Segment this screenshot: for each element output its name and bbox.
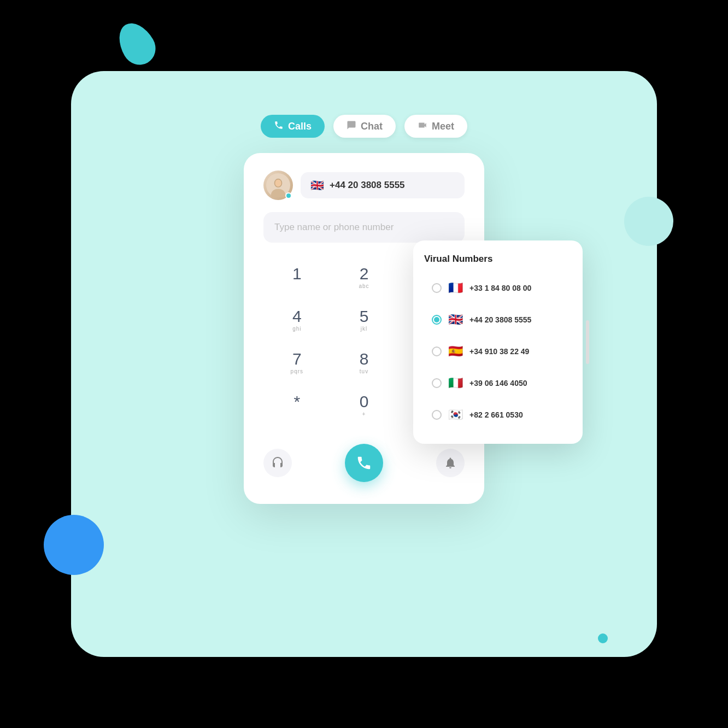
tab-calls-label: Calls	[288, 121, 312, 132]
dial-key-7[interactable]: 7 pqrs	[263, 343, 331, 384]
virtual-numbers-title: Virual Numbers	[424, 254, 572, 265]
deco-dot-br	[598, 633, 608, 643]
dial-key-0[interactable]: 0 +	[331, 386, 398, 426]
dial-key-5[interactable]: 5 jkl	[331, 301, 398, 341]
deco-circle-right	[624, 197, 673, 246]
calls-icon	[274, 120, 284, 132]
vn-flag: 🇫🇷	[448, 281, 463, 295]
dial-key-4[interactable]: 4 ghi	[263, 301, 331, 341]
online-indicator	[285, 192, 292, 199]
vn-flag: 🇪🇸	[448, 344, 463, 359]
tab-chat-label: Chat	[361, 121, 383, 132]
search-input[interactable]	[274, 222, 454, 233]
tab-meet-label: Meet	[432, 121, 454, 132]
dial-key-2[interactable]: 2 abc	[331, 258, 398, 298]
phone-flag: 🇬🇧	[310, 179, 324, 192]
deco-circle-left	[44, 515, 104, 575]
svg-text:Z: Z	[449, 461, 451, 465]
scroll-hint	[586, 320, 589, 364]
vn-number: +34 910 38 22 49	[469, 347, 529, 356]
virtual-number-item[interactable]: 🇬🇧 +44 20 3808 5555	[424, 306, 572, 333]
vn-number: +44 20 3808 5555	[469, 315, 531, 324]
dial-key-8[interactable]: 8 tuv	[331, 343, 398, 384]
virtual-number-item[interactable]: 🇮🇹 +39 06 146 4050	[424, 369, 572, 397]
vn-radio	[432, 283, 442, 293]
vn-flag: 🇮🇹	[448, 376, 463, 390]
vn-flag: 🇰🇷	[448, 408, 463, 422]
phone-display[interactable]: 🇬🇧 +44 20 3808 5555	[301, 172, 465, 198]
vn-radio	[432, 410, 442, 420]
dial-key-*[interactable]: *	[263, 386, 331, 426]
search-field-wrap[interactable]	[263, 212, 465, 243]
vn-number: +39 06 146 4050	[469, 379, 527, 388]
vn-number: +33 1 84 80 08 00	[469, 284, 531, 292]
tab-bar: Calls Chat Meet	[261, 115, 467, 138]
tab-meet[interactable]: Meet	[404, 115, 467, 138]
vn-radio	[432, 347, 442, 356]
user-avatar-wrap	[263, 171, 293, 200]
virtual-numbers-panel: Virual Numbers 🇫🇷 +33 1 84 80 08 00 🇬🇧 +…	[413, 240, 583, 444]
vn-radio	[432, 315, 442, 325]
call-button[interactable]	[345, 444, 383, 482]
chat-icon	[347, 120, 356, 132]
tab-calls[interactable]: Calls	[261, 115, 325, 138]
virtual-number-item[interactable]: 🇫🇷 +33 1 84 80 08 00	[424, 274, 572, 302]
vn-number: +82 2 661 0530	[469, 410, 523, 419]
dialer-header: 🇬🇧 +44 20 3808 5555	[263, 171, 465, 200]
virtual-numbers-list: 🇫🇷 +33 1 84 80 08 00 🇬🇧 +44 20 3808 5555…	[424, 274, 572, 428]
deco-drop	[111, 16, 162, 71]
svg-point-3	[275, 179, 281, 186]
dial-key-1[interactable]: 1	[263, 258, 331, 298]
meet-icon	[418, 120, 427, 132]
vn-flag: 🇬🇧	[448, 313, 463, 327]
dialer-bottom: Z	[263, 444, 465, 482]
snooze-button[interactable]: Z	[436, 449, 465, 477]
headset-button[interactable]	[263, 449, 292, 477]
virtual-number-item[interactable]: 🇪🇸 +34 910 38 22 49	[424, 338, 572, 365]
tab-chat[interactable]: Chat	[333, 115, 396, 138]
virtual-number-item[interactable]: 🇰🇷 +82 2 661 0530	[424, 401, 572, 428]
vn-radio	[432, 378, 442, 388]
phone-number: +44 20 3808 5555	[330, 180, 405, 191]
